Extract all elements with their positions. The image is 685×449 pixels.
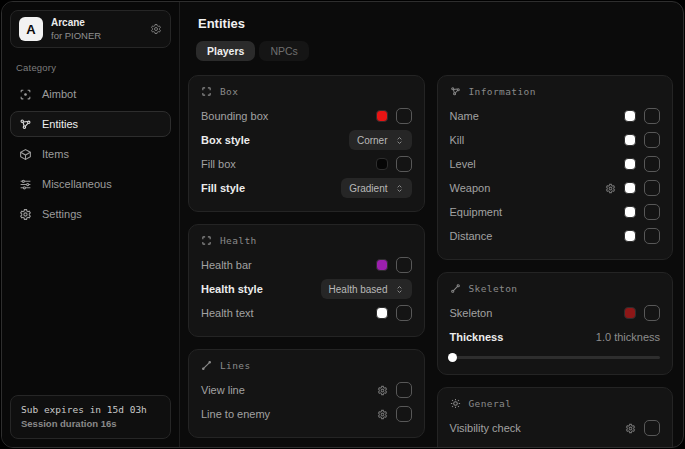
checkbox-level[interactable]: [644, 156, 660, 172]
sidebar-item-aimbot[interactable]: Aimbot: [10, 81, 171, 107]
gear-icon[interactable]: [625, 423, 636, 434]
setting-row-fill-box: Fill box: [201, 153, 412, 175]
information-icon: [450, 86, 461, 97]
color-swatch[interactable]: [376, 307, 388, 319]
slider-thumb[interactable]: [448, 353, 457, 362]
card-title: Lines: [220, 360, 251, 371]
unfold-icon: [395, 136, 404, 145]
gear-icon[interactable]: [605, 183, 616, 194]
card-title: Skeleton: [469, 283, 518, 294]
card-title: General: [469, 398, 512, 409]
sun-icon: [450, 398, 461, 409]
color-swatch[interactable]: [624, 230, 636, 242]
checkbox-distance[interactable]: [644, 228, 660, 244]
setting-row-health-text: Health text: [201, 302, 412, 324]
setting-row-box-style: Box style Corner: [201, 129, 412, 151]
sidebar-settings-icon[interactable]: [150, 23, 162, 35]
page-title: Entities: [198, 16, 673, 31]
sliders-icon: [19, 178, 32, 191]
category-label: Category: [16, 62, 165, 73]
session-duration-text: Session duration 16s: [21, 417, 160, 431]
color-swatch[interactable]: [624, 134, 636, 146]
setting-row-equipment: Equipment: [450, 201, 661, 223]
unfold-icon: [395, 285, 404, 294]
card-title: Information: [469, 86, 536, 97]
checkbox-kill[interactable]: [644, 132, 660, 148]
sidebar-item-label: Settings: [42, 208, 82, 220]
app-name: Arcane: [51, 17, 142, 30]
sidebar-item-label: Entities: [42, 118, 78, 130]
checkbox-line-to-enemy[interactable]: [396, 406, 412, 422]
main-panel: Entities Players NPCs Box Bounding box: [180, 2, 683, 447]
sidebar: A Arcane for PIONER Category Aimbot: [2, 2, 180, 447]
sidebar-item-entities[interactable]: Entities: [10, 111, 171, 137]
card-title: Health: [220, 235, 257, 246]
checkbox-bounding-box[interactable]: [396, 108, 412, 124]
setting-row-bounding-box: Bounding box: [201, 105, 412, 127]
app-window: A Arcane for PIONER Category Aimbot: [1, 1, 684, 448]
checkbox-fill-box[interactable]: [396, 156, 412, 172]
package-icon: [19, 148, 32, 161]
checkbox-skeleton[interactable]: [644, 305, 660, 321]
setting-row-health-bar: Health bar: [201, 254, 412, 276]
checkbox-view-line[interactable]: [396, 382, 412, 398]
sidebar-item-label: Items: [42, 148, 69, 160]
tab-players[interactable]: Players: [196, 41, 255, 61]
setting-row-kill: Kill: [450, 129, 661, 151]
color-swatch[interactable]: [624, 206, 636, 218]
setting-row-max-distance: Max distance 500m: [450, 441, 661, 448]
subscription-card: Sub expires in 15d 03h Session duration …: [10, 395, 171, 440]
box-card: Box Bounding box Box style Corner: [188, 75, 425, 212]
checkbox-weapon[interactable]: [644, 180, 660, 196]
health-card: Health Health bar Health style Health ba…: [188, 224, 425, 337]
entities-icon: [19, 118, 32, 131]
setting-row-thickness: Thickness 1.0 thickness: [450, 326, 661, 348]
checkbox-health-bar[interactable]: [396, 257, 412, 273]
lines-card: Lines View line Line to enemy: [188, 349, 425, 438]
thickness-slider[interactable]: [450, 352, 661, 362]
box-style-select[interactable]: Corner: [349, 130, 412, 150]
setting-row-skeleton: Skeleton: [450, 302, 661, 324]
color-swatch[interactable]: [376, 158, 388, 170]
setting-row-line-to-enemy: Line to enemy: [201, 403, 412, 425]
gear-icon: [19, 208, 32, 221]
setting-row-distance: Distance: [450, 225, 661, 247]
app-logo-card: A Arcane for PIONER: [10, 10, 171, 48]
setting-row-level: Level: [450, 153, 661, 175]
max-distance-value: 500m: [632, 446, 660, 448]
information-card: Information Name Kill Level: [437, 75, 674, 260]
line-icon: [201, 360, 212, 371]
checkbox-equipment[interactable]: [644, 204, 660, 220]
color-swatch[interactable]: [376, 110, 388, 122]
sidebar-item-settings[interactable]: Settings: [10, 201, 171, 227]
setting-row-view-line: View line: [201, 379, 412, 401]
card-title: Box: [220, 86, 238, 97]
color-swatch[interactable]: [624, 182, 636, 194]
checkbox-health-text[interactable]: [396, 305, 412, 321]
tab-npcs[interactable]: NPCs: [259, 41, 308, 61]
sidebar-item-items[interactable]: Items: [10, 141, 171, 167]
setting-row-visibility-check: Visibility check: [450, 417, 661, 439]
setting-row-name: Name: [450, 105, 661, 127]
sidebar-item-miscellaneous[interactable]: Miscellaneous: [10, 171, 171, 197]
sidebar-nav: Aimbot Entities Items Miscellaneous: [10, 81, 171, 227]
color-swatch[interactable]: [624, 110, 636, 122]
gear-icon[interactable]: [377, 385, 388, 396]
checkbox-visibility-check[interactable]: [644, 420, 660, 436]
color-swatch[interactable]: [624, 158, 636, 170]
health-brackets-icon: [201, 235, 212, 246]
app-logo: A: [19, 17, 43, 41]
sidebar-item-label: Miscellaneous: [42, 178, 112, 190]
entity-tabs: Players NPCs: [196, 41, 673, 61]
checkbox-name[interactable]: [644, 108, 660, 124]
color-swatch[interactable]: [624, 307, 636, 319]
gear-icon[interactable]: [377, 409, 388, 420]
general-card: General Visibility check Max distance 50…: [437, 387, 674, 448]
color-swatch[interactable]: [376, 259, 388, 271]
app-subtitle: for PIONER: [51, 30, 142, 42]
sidebar-item-label: Aimbot: [42, 88, 76, 100]
bone-icon: [450, 283, 461, 294]
health-style-select[interactable]: Health based: [321, 279, 412, 299]
fill-style-select[interactable]: Gradient: [341, 178, 411, 198]
thickness-value: 1.0 thickness: [596, 331, 660, 343]
